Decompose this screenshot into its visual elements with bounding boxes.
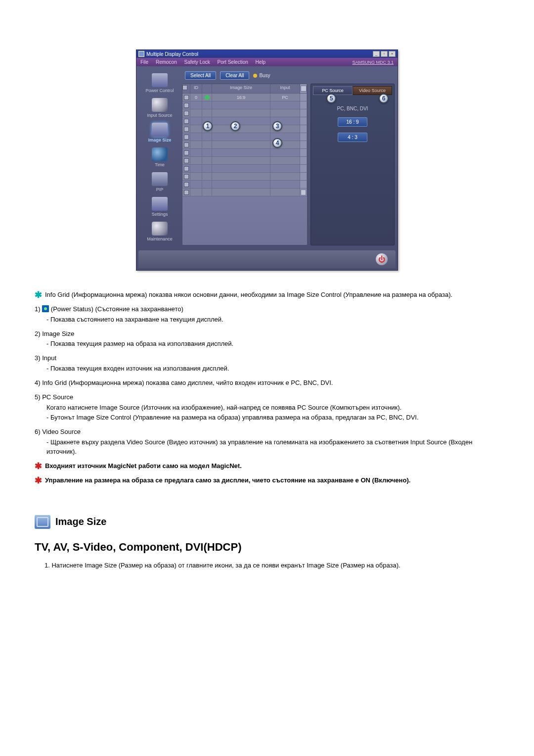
callout-5: 5 <box>326 94 336 103</box>
sidebar-item-maintenance[interactable]: Maintenance <box>140 220 179 243</box>
select-all-button[interactable]: Select All <box>185 71 216 80</box>
ratio-16-9-button[interactable]: 16 : 9 <box>338 117 367 127</box>
table-row[interactable] <box>182 165 307 173</box>
item1-label: (Power Status) (Състояние на захранванет… <box>51 305 183 313</box>
intro-text: Info Grid (Информационна мрежа) показва … <box>45 290 452 300</box>
table-row[interactable] <box>182 149 307 157</box>
minimize-button[interactable]: _ <box>373 51 380 57</box>
sidebar-item-image-size[interactable]: Image Size <box>140 121 179 144</box>
grid-header-input: Input <box>270 84 300 94</box>
table-row[interactable] <box>182 189 307 196</box>
menu-safety-lock[interactable]: Safety Lock <box>184 59 210 65</box>
menu-file[interactable]: File <box>140 59 148 65</box>
item3-lead: 3) Input <box>35 354 499 363</box>
clear-all-button[interactable]: Clear All <box>220 71 249 80</box>
menu-remocon[interactable]: Remocon <box>156 59 177 65</box>
sidebar: Power Control Input Source Image Size Ti… <box>139 69 180 245</box>
callout-4: 4 <box>272 138 282 148</box>
callout-2: 2 <box>230 121 240 131</box>
brand-label: SAMSUNG MDC 3.1 <box>352 60 394 65</box>
section-title: Image Size <box>55 516 106 527</box>
warning1: Входният източник MagicNet работи само н… <box>45 462 242 471</box>
sidebar-item-time[interactable]: Time <box>140 145 179 169</box>
table-row[interactable] <box>182 117 307 125</box>
settings-icon <box>152 197 168 211</box>
table-row[interactable] <box>182 101 307 109</box>
warning2: Управление на размера на образа се предл… <box>45 476 410 485</box>
close-button[interactable]: × <box>389 51 396 57</box>
table-row[interactable] <box>182 157 307 165</box>
device-types-label: PC, BNC, DVI <box>337 106 368 111</box>
table-row[interactable] <box>182 125 307 133</box>
warning-star-icon: ✱ <box>35 462 42 471</box>
ratio-4-3-button[interactable]: 4 : 3 <box>338 133 367 142</box>
grid-header-check[interactable] <box>182 84 190 94</box>
tab-video-source[interactable]: Video Source <box>353 86 392 95</box>
warning-star-icon: ✱ <box>35 476 42 485</box>
power-status-icon <box>42 305 49 312</box>
grid-header-power <box>202 84 212 94</box>
table-row[interactable] <box>182 133 307 141</box>
item5-lead: 5) PC Source <box>35 393 499 402</box>
time-icon <box>152 147 168 161</box>
grid-header-image-size: Image Size <box>212 84 270 94</box>
table-row[interactable] <box>182 173 307 181</box>
item6-sub: - Щракнете върху раздела Video Source (В… <box>35 438 499 457</box>
table-row[interactable]: 0 16:9 PC <box>182 94 307 101</box>
table-row[interactable] <box>182 109 307 117</box>
menubar: File Remocon Safety Lock Port Selection … <box>136 58 398 66</box>
sidebar-item-power-control[interactable]: Power Control <box>140 71 179 95</box>
callout-6: 6 <box>379 94 389 103</box>
item4: 4) Info Grid (Информационна мрежа) показ… <box>35 378 499 388</box>
item1-lead: 1) <box>35 305 41 313</box>
menu-help[interactable]: Help <box>256 59 266 65</box>
menu-port-selection[interactable]: Port Selection <box>218 59 248 65</box>
item5-sub2: - Бутонът Image Size Control (Управление… <box>35 413 499 423</box>
item2-sub: - Показва текущия размер на образа на из… <box>35 339 499 349</box>
scroll-up-button[interactable] <box>300 84 307 94</box>
footer-bar: ⏻ <box>138 250 396 268</box>
exit-button[interactable]: ⏻ <box>376 253 388 265</box>
sidebar-item-pip[interactable]: PIP <box>140 170 179 194</box>
sidebar-item-input-source[interactable]: Input Source <box>140 96 179 120</box>
note-star-icon: ✱ <box>35 290 42 300</box>
table-row[interactable] <box>182 181 307 189</box>
input-source-icon <box>152 98 168 112</box>
app-icon <box>138 51 144 57</box>
callout-1: 1 <box>203 121 213 131</box>
grid-header-id: ID <box>190 84 202 94</box>
maintenance-icon <box>152 222 168 236</box>
power-on-icon <box>205 95 210 100</box>
info-grid: ID Image Size Input 0 16:9 PC <box>182 84 308 245</box>
step1: 1. Натиснете Image Size (Размер на образ… <box>35 561 499 570</box>
row-checkbox[interactable] <box>184 95 189 100</box>
app-window: Multiple Display Control _ ▫ × File Remo… <box>136 49 398 271</box>
sidebar-item-settings[interactable]: Settings <box>140 195 179 219</box>
pip-icon <box>152 172 168 186</box>
busy-dot-icon <box>253 74 257 78</box>
callout-3: 3 <box>272 121 282 131</box>
power-control-icon <box>152 73 168 87</box>
image-size-icon <box>152 123 168 137</box>
item2-lead: 2) Image Size <box>35 330 499 339</box>
maximize-button[interactable]: ▫ <box>381 51 388 57</box>
item5-sub1: Когато натиснете Image Source (Източник … <box>35 403 499 413</box>
section-icon <box>35 515 50 529</box>
window-title: Multiple Display Control <box>146 51 198 57</box>
subsection-heading: TV, AV, S-Video, Component, DVI(HDCP) <box>35 541 499 554</box>
item3-sub: - Показва текущия входен източник на изп… <box>35 364 499 374</box>
item6-lead: 6) Video Source <box>35 427 499 437</box>
source-panel: PC Source Video Source PC, BNC, DVI 16 :… <box>311 84 395 245</box>
busy-indicator: Busy <box>253 73 270 78</box>
item1-sub: - Показва състоянието на захранване на т… <box>35 315 499 325</box>
titlebar: Multiple Display Control _ ▫ × <box>136 50 398 58</box>
table-row[interactable] <box>182 141 307 149</box>
scroll-down-button[interactable] <box>301 189 306 195</box>
